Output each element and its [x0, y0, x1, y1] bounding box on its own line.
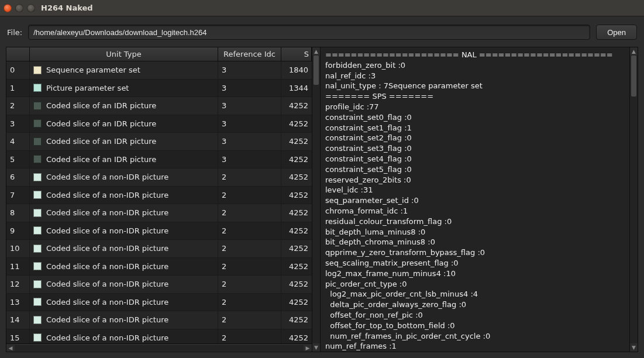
unit-type-text: Coded slice of an IDR picture — [46, 101, 156, 110]
detail-v-scrollbar[interactable]: ▲ ▼ — [629, 47, 638, 352]
color-swatch-icon — [33, 173, 42, 181]
scroll-right-icon[interactable]: ▶ — [304, 344, 312, 352]
open-button[interactable]: Open — [596, 25, 637, 40]
table-v-scrollbar[interactable]: ▲ ▼ — [312, 47, 320, 352]
detail-text[interactable]: ===================== NAL ==============… — [321, 47, 629, 352]
cell-unit: Coded slice of an IDR picture — [30, 115, 218, 133]
v-scroll-track[interactable] — [312, 56, 320, 343]
col-unit-type[interactable]: Unit Type — [30, 47, 218, 61]
h-scroll-track[interactable] — [15, 345, 304, 351]
cell-ref: 3 — [218, 61, 281, 79]
v-scroll-track[interactable] — [630, 56, 638, 343]
cell-index: 12 — [6, 276, 30, 293]
table-row[interactable]: 5Coded slice of an IDR picture34252 — [6, 151, 312, 169]
table-row[interactable]: 0Sequence parameter set31840 — [6, 61, 312, 80]
table-row[interactable]: 1Picture parameter set31344 — [6, 80, 312, 98]
color-swatch-icon — [33, 333, 42, 342]
cell-size: 4252 — [281, 329, 312, 344]
table-row[interactable]: 2Coded slice of an IDR picture34252 — [6, 97, 312, 115]
table-row[interactable]: 10Coded slice of a non-IDR picture24252 — [6, 240, 312, 258]
table-row[interactable]: 12Coded slice of a non-IDR picture24252 — [6, 276, 312, 294]
cell-size: 4252 — [281, 187, 312, 204]
h-scrollbar[interactable]: ◀ ▶ — [6, 343, 312, 352]
cell-unit: Coded slice of a non-IDR picture — [30, 258, 218, 276]
cell-size: 4252 — [281, 204, 312, 222]
table-row[interactable]: 4Coded slice of an IDR picture34252 — [6, 133, 312, 151]
cell-size: 4252 — [281, 311, 312, 329]
cell-size: 4252 — [281, 294, 312, 311]
table-row[interactable]: 9Coded slice of a non-IDR picture24252 — [6, 222, 312, 240]
table-row[interactable]: 7Coded slice of a non-IDR picture24252 — [6, 187, 312, 205]
cell-unit: Coded slice of a non-IDR picture — [30, 168, 218, 186]
cell-index: 1 — [6, 80, 30, 97]
scroll-up-icon[interactable]: ▲ — [630, 47, 638, 56]
cell-index: 15 — [6, 329, 30, 344]
cell-unit: Coded slice of an IDR picture — [30, 133, 218, 150]
file-path-input[interactable] — [28, 25, 590, 40]
v-scroll-thumb[interactable] — [631, 56, 636, 97]
cell-size: 4252 — [281, 222, 312, 240]
table-row[interactable]: 11Coded slice of a non-IDR picture24252 — [6, 258, 312, 276]
unit-type-text: Coded slice of a non-IDR picture — [46, 298, 168, 307]
cell-size: 1344 — [281, 80, 312, 97]
cell-index: 4 — [6, 133, 30, 150]
scroll-down-icon[interactable]: ▼ — [312, 343, 320, 352]
unit-type-text: Coded slice of a non-IDR picture — [46, 208, 168, 217]
cell-ref: 3 — [218, 115, 281, 133]
table-row[interactable]: 14Coded slice of a non-IDR picture24252 — [6, 311, 312, 329]
table-header: Unit Type Reference Idc S — [6, 47, 312, 61]
cell-ref: 2 — [218, 187, 281, 204]
cell-ref: 3 — [218, 97, 281, 115]
scroll-up-icon[interactable]: ▲ — [312, 47, 320, 56]
color-swatch-icon — [33, 316, 42, 324]
cell-index: 8 — [6, 204, 30, 222]
cell-index: 10 — [6, 240, 30, 257]
cell-unit: Coded slice of a non-IDR picture — [30, 329, 218, 344]
col-ref-idc[interactable]: Reference Idc — [218, 47, 281, 61]
nal-table: Unit Type Reference Idc S 0Sequence para… — [6, 47, 321, 352]
cell-size: 4252 — [281, 168, 312, 186]
window-title: H264 Naked — [41, 4, 93, 12]
file-label: File: — [7, 28, 22, 37]
table-row[interactable]: 6Coded slice of a non-IDR picture24252 — [6, 168, 312, 187]
scroll-left-icon[interactable]: ◀ — [6, 344, 15, 352]
maximize-icon[interactable] — [27, 4, 35, 12]
cell-ref: 2 — [218, 276, 281, 293]
unit-type-text: Coded slice of an IDR picture — [46, 137, 156, 146]
scroll-down-icon[interactable]: ▼ — [630, 343, 638, 352]
cell-unit: Coded slice of a non-IDR picture — [30, 311, 218, 329]
minimize-icon[interactable] — [15, 4, 23, 12]
cell-size: 4252 — [281, 115, 312, 133]
cell-ref: 2 — [218, 294, 281, 311]
unit-type-text: Coded slice of a non-IDR picture — [46, 280, 168, 288]
v-scroll-thumb[interactable] — [314, 56, 319, 85]
col-index[interactable] — [6, 47, 30, 61]
cell-ref: 3 — [218, 151, 281, 168]
color-swatch-icon — [33, 191, 42, 199]
cell-ref: 2 — [218, 329, 281, 344]
table-row[interactable]: 8Coded slice of a non-IDR picture24252 — [6, 204, 312, 222]
table-body[interactable]: 0Sequence parameter set318401Picture par… — [6, 61, 312, 343]
table-row[interactable]: 13Coded slice of a non-IDR picture24252 — [6, 294, 312, 312]
cell-ref: 3 — [218, 80, 281, 97]
titlebar: H264 Naked — [0, 0, 644, 16]
close-icon[interactable] — [4, 4, 12, 12]
col-size[interactable]: S — [281, 47, 312, 61]
unit-type-text: Coded slice of a non-IDR picture — [46, 333, 168, 342]
cell-unit: Coded slice of a non-IDR picture — [30, 240, 218, 257]
cell-size: 4252 — [281, 97, 312, 115]
color-swatch-icon — [33, 226, 42, 235]
cell-unit: Picture parameter set — [30, 80, 218, 97]
color-swatch-icon — [33, 155, 42, 163]
table-row[interactable]: 3Coded slice of an IDR picture34252 — [6, 115, 312, 133]
color-swatch-icon — [33, 262, 42, 270]
unit-type-text: Coded slice of a non-IDR picture — [46, 244, 168, 253]
cell-size: 1840 — [281, 61, 312, 79]
file-bar: File: Open — [0, 16, 644, 47]
cell-ref: 2 — [218, 258, 281, 276]
table-row[interactable]: 15Coded slice of a non-IDR picture24252 — [6, 329, 312, 344]
cell-size: 4252 — [281, 151, 312, 168]
cell-unit: Coded slice of a non-IDR picture — [30, 276, 218, 293]
color-swatch-icon — [33, 245, 42, 253]
unit-type-text: Coded slice of a non-IDR picture — [46, 173, 168, 181]
